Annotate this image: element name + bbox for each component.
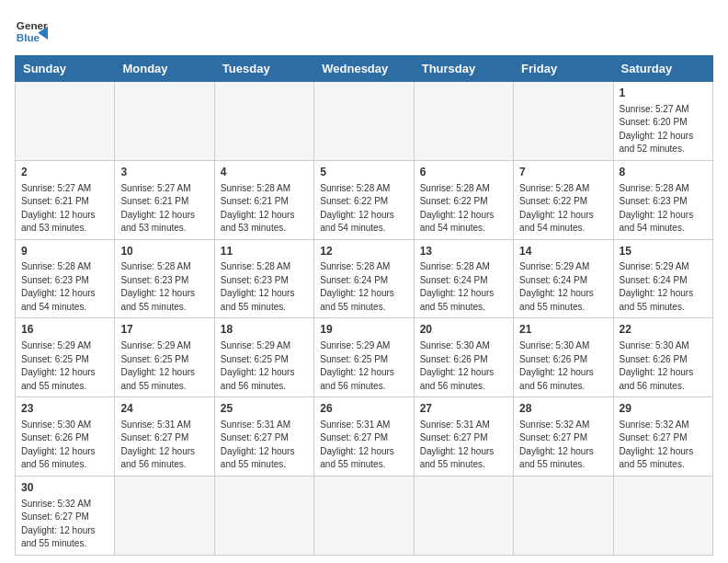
day-info: Sunrise: 5:30 AM Sunset: 6:26 PM Dayligh… (21, 419, 108, 472)
calendar-cell: 9Sunrise: 5:28 AM Sunset: 6:23 PM Daylig… (16, 239, 115, 318)
calendar-cell (214, 82, 313, 161)
calendar-cell: 22Sunrise: 5:30 AM Sunset: 6:26 PM Dayli… (613, 318, 712, 397)
svg-text:Blue: Blue (17, 31, 40, 43)
day-number: 3 (120, 165, 208, 180)
day-number: 16 (21, 322, 108, 338)
day-info: Sunrise: 5:31 AM Sunset: 6:27 PM Dayligh… (420, 419, 507, 472)
calendar-cell (514, 476, 613, 555)
day-number: 13 (420, 244, 507, 259)
day-number: 15 (620, 244, 707, 259)
calendar-cell (115, 476, 214, 555)
day-info: Sunrise: 5:32 AM Sunset: 6:27 PM Dayligh… (21, 498, 108, 551)
calendar-cell: 19Sunrise: 5:29 AM Sunset: 6:25 PM Dayli… (314, 318, 414, 397)
weekday-sunday: Sunday (16, 56, 115, 82)
day-info: Sunrise: 5:29 AM Sunset: 6:25 PM Dayligh… (221, 339, 308, 393)
day-number: 25 (221, 401, 308, 417)
day-number: 8 (620, 165, 707, 180)
calendar-cell (214, 476, 313, 555)
week-row-2: 2Sunrise: 5:27 AM Sunset: 6:21 PM Daylig… (16, 160, 713, 239)
calendar-cell: 18Sunrise: 5:29 AM Sunset: 6:25 PM Dayli… (214, 318, 313, 397)
day-info: Sunrise: 5:31 AM Sunset: 6:27 PM Dayligh… (221, 419, 308, 472)
day-info: Sunrise: 5:27 AM Sunset: 6:21 PM Dayligh… (120, 182, 208, 236)
day-number: 23 (21, 401, 108, 417)
day-number: 21 (519, 322, 607, 338)
weekday-friday: Friday (514, 56, 613, 82)
day-info: Sunrise: 5:27 AM Sunset: 6:21 PM Dayligh… (21, 182, 108, 236)
calendar-cell: 25Sunrise: 5:31 AM Sunset: 6:27 PM Dayli… (214, 397, 313, 477)
calendar-cell: 2Sunrise: 5:27 AM Sunset: 6:21 PM Daylig… (16, 160, 115, 239)
calendar-cell: 11Sunrise: 5:28 AM Sunset: 6:23 PM Dayli… (214, 239, 313, 318)
week-row-6: 30Sunrise: 5:32 AM Sunset: 6:27 PM Dayli… (16, 476, 713, 555)
weekday-monday: Monday (115, 56, 214, 82)
day-info: Sunrise: 5:31 AM Sunset: 6:27 PM Dayligh… (320, 419, 407, 472)
calendar-cell: 12Sunrise: 5:28 AM Sunset: 6:24 PM Dayli… (314, 239, 414, 318)
calendar-cell: 13Sunrise: 5:28 AM Sunset: 6:24 PM Dayli… (414, 239, 513, 318)
day-number: 19 (320, 322, 407, 338)
day-info: Sunrise: 5:28 AM Sunset: 6:23 PM Dayligh… (221, 260, 308, 314)
day-number: 29 (620, 401, 707, 417)
day-number: 1 (620, 86, 707, 101)
day-number: 11 (221, 244, 308, 259)
day-info: Sunrise: 5:28 AM Sunset: 6:23 PM Dayligh… (21, 260, 108, 314)
calendar-cell: 5Sunrise: 5:28 AM Sunset: 6:22 PM Daylig… (314, 160, 414, 239)
day-info: Sunrise: 5:30 AM Sunset: 6:26 PM Dayligh… (420, 339, 507, 393)
logo: General Blue (15, 15, 48, 48)
day-info: Sunrise: 5:28 AM Sunset: 6:23 PM Dayligh… (120, 260, 208, 314)
week-row-5: 23Sunrise: 5:30 AM Sunset: 6:26 PM Dayli… (16, 397, 713, 477)
day-info: Sunrise: 5:30 AM Sunset: 6:26 PM Dayligh… (620, 339, 707, 393)
week-row-4: 16Sunrise: 5:29 AM Sunset: 6:25 PM Dayli… (16, 318, 713, 397)
week-row-1: 1Sunrise: 5:27 AM Sunset: 6:20 PM Daylig… (16, 82, 713, 161)
calendar: SundayMondayTuesdayWednesdayThursdayFrid… (15, 55, 713, 556)
day-number: 12 (320, 244, 407, 259)
day-number: 14 (519, 244, 607, 259)
day-number: 28 (519, 401, 607, 417)
week-row-3: 9Sunrise: 5:28 AM Sunset: 6:23 PM Daylig… (16, 239, 713, 318)
day-info: Sunrise: 5:29 AM Sunset: 6:24 PM Dayligh… (620, 260, 707, 314)
calendar-cell: 6Sunrise: 5:28 AM Sunset: 6:22 PM Daylig… (414, 160, 513, 239)
day-number: 9 (21, 244, 108, 259)
calendar-cell: 1Sunrise: 5:27 AM Sunset: 6:20 PM Daylig… (613, 82, 712, 161)
calendar-cell (613, 476, 712, 555)
day-info: Sunrise: 5:28 AM Sunset: 6:24 PM Dayligh… (320, 260, 407, 314)
day-number: 5 (320, 165, 407, 180)
day-info: Sunrise: 5:32 AM Sunset: 6:27 PM Dayligh… (620, 419, 707, 472)
calendar-cell: 21Sunrise: 5:30 AM Sunset: 6:26 PM Dayli… (514, 318, 613, 397)
calendar-cell: 10Sunrise: 5:28 AM Sunset: 6:23 PM Dayli… (115, 239, 214, 318)
day-number: 30 (21, 480, 108, 496)
day-info: Sunrise: 5:29 AM Sunset: 6:24 PM Dayligh… (519, 260, 607, 314)
calendar-cell: 23Sunrise: 5:30 AM Sunset: 6:26 PM Dayli… (16, 397, 115, 477)
calendar-cell: 26Sunrise: 5:31 AM Sunset: 6:27 PM Dayli… (314, 397, 414, 477)
day-number: 27 (420, 401, 507, 417)
calendar-cell: 4Sunrise: 5:28 AM Sunset: 6:21 PM Daylig… (214, 160, 313, 239)
day-info: Sunrise: 5:28 AM Sunset: 6:24 PM Dayligh… (420, 260, 507, 314)
day-number: 18 (221, 322, 308, 338)
day-number: 7 (519, 165, 607, 180)
day-number: 4 (221, 165, 308, 180)
calendar-cell: 30Sunrise: 5:32 AM Sunset: 6:27 PM Dayli… (16, 476, 115, 555)
day-info: Sunrise: 5:29 AM Sunset: 6:25 PM Dayligh… (21, 339, 108, 393)
day-number: 2 (21, 165, 108, 180)
calendar-cell: 17Sunrise: 5:29 AM Sunset: 6:25 PM Dayli… (115, 318, 214, 397)
calendar-cell (414, 82, 513, 161)
day-info: Sunrise: 5:28 AM Sunset: 6:22 PM Dayligh… (420, 182, 507, 236)
day-info: Sunrise: 5:28 AM Sunset: 6:22 PM Dayligh… (519, 182, 607, 236)
calendar-cell: 28Sunrise: 5:32 AM Sunset: 6:27 PM Dayli… (514, 397, 613, 477)
day-info: Sunrise: 5:28 AM Sunset: 6:23 PM Dayligh… (620, 182, 707, 236)
calendar-cell: 27Sunrise: 5:31 AM Sunset: 6:27 PM Dayli… (414, 397, 513, 477)
logo-icon: General Blue (15, 15, 48, 48)
calendar-cell (16, 82, 115, 161)
calendar-cell: 3Sunrise: 5:27 AM Sunset: 6:21 PM Daylig… (115, 160, 214, 239)
day-number: 20 (420, 322, 507, 338)
day-info: Sunrise: 5:32 AM Sunset: 6:27 PM Dayligh… (519, 419, 607, 472)
day-info: Sunrise: 5:29 AM Sunset: 6:25 PM Dayligh… (120, 339, 208, 393)
calendar-cell (514, 82, 613, 161)
day-info: Sunrise: 5:28 AM Sunset: 6:22 PM Dayligh… (320, 182, 407, 236)
day-number: 24 (120, 401, 208, 417)
calendar-cell (414, 476, 513, 555)
calendar-cell: 16Sunrise: 5:29 AM Sunset: 6:25 PM Dayli… (16, 318, 115, 397)
calendar-cell: 15Sunrise: 5:29 AM Sunset: 6:24 PM Dayli… (613, 239, 712, 318)
calendar-cell: 7Sunrise: 5:28 AM Sunset: 6:22 PM Daylig… (514, 160, 613, 239)
weekday-saturday: Saturday (613, 56, 712, 82)
calendar-cell: 14Sunrise: 5:29 AM Sunset: 6:24 PM Dayli… (514, 239, 613, 318)
weekday-wednesday: Wednesday (314, 56, 414, 82)
